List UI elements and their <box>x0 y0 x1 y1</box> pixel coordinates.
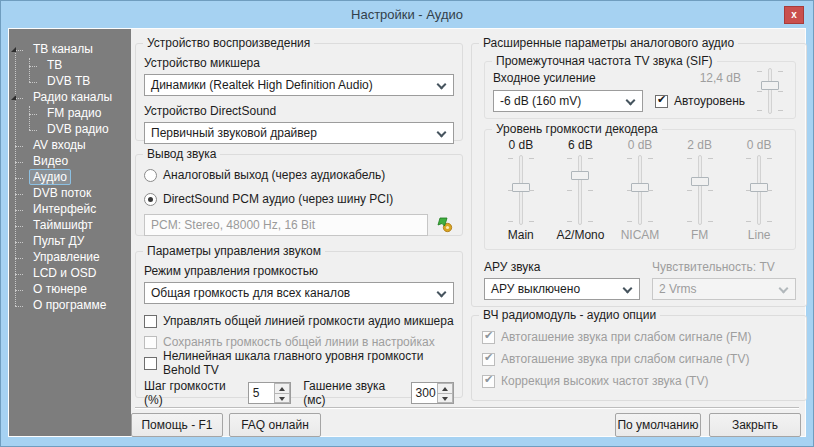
sidebar-item-about-tuner[interactable]: О тюнере <box>9 282 131 298</box>
chevron-down-icon <box>437 288 447 298</box>
checkbox-icon[interactable] <box>144 315 157 328</box>
decoder-value: 0 dB <box>747 138 772 152</box>
agc-row: АРУ звука АРУ выключено Чувствительность… <box>484 260 796 300</box>
volume-control-group: Параметры управления звуком Режим управл… <box>135 251 463 398</box>
agc-select[interactable]: АРУ выключено <box>484 278 640 300</box>
mute-time-value[interactable]: 300 <box>412 383 437 403</box>
sidebar-item-audio[interactable]: Аудио <box>9 170 131 186</box>
radio-icon[interactable] <box>144 169 157 182</box>
middle-column: Устройство воспроизведения Устройство ми… <box>135 29 463 436</box>
fm-automute-checkbox: Автогашение звука при слабом сигнале (FM… <box>482 329 796 345</box>
input-gain-select[interactable]: -6 dB (160 mV) <box>493 90 643 112</box>
save-line-label: Сохранять громкость общей линии в настро… <box>163 335 435 349</box>
close-button-label: Закрыть <box>732 418 778 432</box>
chevron-down-icon <box>779 284 789 294</box>
sidebar-item-dvb-radio[interactable]: DVB радио <box>9 122 131 138</box>
sensitivity-value: 2 Vrms <box>659 282 697 296</box>
decoder-name: NICAM <box>621 228 660 242</box>
volume-step-value[interactable]: 5 <box>249 383 274 403</box>
decoder-name: A2/Mono <box>556 228 604 242</box>
sidebar-item-radio-channels[interactable]: Радио каналы <box>9 90 131 106</box>
spin-down-icon[interactable] <box>437 393 453 404</box>
advanced-analog-audio-group: Расширенные параметры аналогового аудио … <box>471 43 807 307</box>
sidebar-item-timeshift[interactable]: Таймшифт <box>9 218 131 234</box>
sidebar-item-label: DVB поток <box>29 185 95 201</box>
close-icon: x <box>791 9 797 20</box>
decoder-name: Main <box>508 228 534 242</box>
pcm-output-radio[interactable]: DirectSound PCM аудио (через шину PCI) <box>144 190 454 208</box>
sif-level-slider <box>757 68 783 114</box>
slider-thumb[interactable] <box>512 183 530 192</box>
sidebar-item-label: О тюнере <box>29 281 91 297</box>
checkbox-checked-icon[interactable] <box>655 95 668 108</box>
volume-mode-value: Общая громкость для всех каналов <box>151 286 350 300</box>
right-column: Расширенные параметры аналогового аудио … <box>471 29 807 436</box>
sidebar-item-fm-radio[interactable]: FM радио <box>9 106 131 122</box>
close-dialog-button[interactable]: Закрыть <box>709 413 801 437</box>
defaults-button[interactable]: По умолчанию <box>615 413 701 437</box>
tree-expander-icon[interactable] <box>11 95 16 100</box>
slider-thumb <box>761 81 779 90</box>
checkbox-checked-disabled-icon <box>482 331 495 344</box>
decoder-name: FM <box>691 228 708 242</box>
dialog-content: ТВ каналы ТВ DVB ТВ Радио каналы FM ради… <box>8 28 806 437</box>
volume-step-stepper[interactable]: 5 <box>248 382 291 404</box>
group-title: Уровень громкости декодера <box>492 122 662 136</box>
radio-selected-icon[interactable] <box>144 193 157 206</box>
mute-time-stepper[interactable]: 300 <box>411 382 454 404</box>
spin-down-icon[interactable] <box>274 393 290 404</box>
directsound-device-select[interactable]: Первичный звуковой драйвер <box>144 122 454 144</box>
sidebar-item-av-inputs[interactable]: AV входы <box>9 138 131 154</box>
faq-online-button[interactable]: FAQ онлайн <box>229 413 321 437</box>
sidebar-item-label: DVB радио <box>43 121 113 137</box>
decoder-name: Line <box>748 228 771 242</box>
line-volume-slider <box>746 155 772 225</box>
tree-expander-icon[interactable] <box>11 47 16 52</box>
sidebar-item-interface[interactable]: Интерфейс <box>9 202 131 218</box>
directsound-device-value: Первичный звуковой драйвер <box>151 126 317 140</box>
sidebar-item-about-program[interactable]: О программе <box>9 298 131 314</box>
sidebar-item-remote[interactable]: Пульт ДУ <box>9 234 131 250</box>
sidebar-item-control[interactable]: Управление <box>9 250 131 266</box>
mixer-device-select[interactable]: Динамики (Realtek High Definition Audio) <box>144 74 454 96</box>
volume-mode-label: Режим управления громкостью <box>144 264 454 278</box>
checkbox-icon[interactable] <box>144 357 157 370</box>
sidebar-item-label: AV входы <box>29 137 90 153</box>
main-volume-slider[interactable] <box>508 155 534 225</box>
autolevel-checkbox[interactable]: Автоуровень <box>655 93 745 109</box>
directsound-device-label: Устройство DirectSound <box>144 104 454 118</box>
nonlinear-scale-checkbox[interactable]: Нелинейная шкала главного уровня громкос… <box>144 355 454 371</box>
close-button[interactable]: x <box>784 6 804 24</box>
chevron-down-icon <box>626 96 636 106</box>
sound-output-group: Вывод звука Аналоговый выход (через ауди… <box>135 154 463 236</box>
sidebar-item-dvb-tv[interactable]: DVB ТВ <box>9 74 131 90</box>
sidebar-item-dvb-stream[interactable]: DVB поток <box>9 186 131 202</box>
analog-output-radio[interactable]: Аналоговый выход (через аудиокабель) <box>144 166 454 184</box>
playback-device-group: Устройство воспроизведения Устройство ми… <box>135 43 463 141</box>
slider-track <box>578 155 582 225</box>
sidebar-item-label: ТВ <box>43 57 66 73</box>
analog-output-label: Аналоговый выход (через аудиокабель) <box>163 168 385 182</box>
checkbox-checked-disabled-icon <box>482 353 495 366</box>
slider-thumb <box>750 183 768 192</box>
group-title: Промежуточная частота TV звука (SIF) <box>492 54 717 68</box>
fm-automute-label: Автогашение звука при слабом сигнале (FM… <box>501 330 751 344</box>
volume-mode-select[interactable]: Общая громкость для всех каналов <box>144 282 454 304</box>
slider-thumb <box>631 183 649 192</box>
help-button[interactable]: Помощь - F1 <box>131 413 223 437</box>
mixer-line-checkbox[interactable]: Управлять общей линией громкости аудио м… <box>144 313 454 329</box>
sidebar-item-tv[interactable]: ТВ <box>9 58 131 74</box>
sidebar-item-lcd-osd[interactable]: LCD и OSD <box>9 266 131 282</box>
pcm-format-value: PCM: Stereo, 48000 Hz, 16 Bit <box>151 218 315 232</box>
sidebar-item-video[interactable]: Видео <box>9 154 131 170</box>
agc-value: АРУ выключено <box>491 282 580 296</box>
sidebar-item-tv-channels[interactable]: ТВ каналы <box>9 42 131 58</box>
titlebar[interactable]: Настройки - Аудио x <box>1 1 813 28</box>
slider-thumb[interactable] <box>571 171 589 180</box>
apply-audio-settings-icon[interactable] <box>436 216 454 234</box>
group-title: ВЧ радиомодуль - аудио опции <box>479 308 660 322</box>
input-gain-value: -6 dB (160 mV) <box>500 94 581 108</box>
pcm-output-label: DirectSound PCM аудио (через шину PCI) <box>163 192 393 206</box>
a2mono-volume-slider[interactable] <box>567 155 593 225</box>
window-title: Настройки - Аудио <box>1 7 813 22</box>
